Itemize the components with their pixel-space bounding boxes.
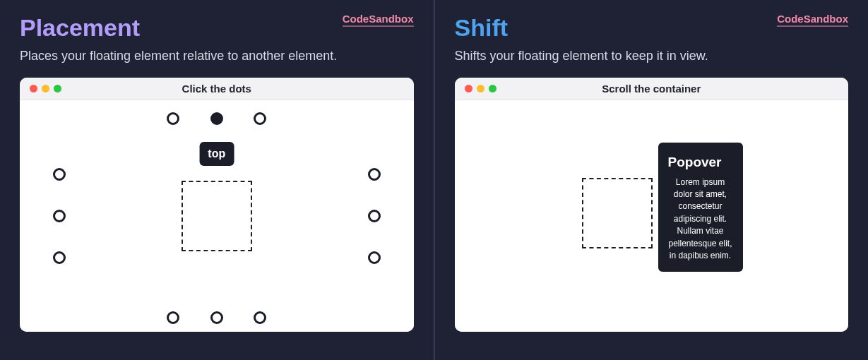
close-icon[interactable]: [465, 85, 472, 92]
placement-panel: CodeSandbox Placement Places your floati…: [0, 0, 435, 360]
placement-subtitle: Places your floating element relative to…: [20, 49, 414, 64]
popover-body: Lorem ipsum dolor sit amet, consectetur …: [668, 176, 733, 263]
dot-right[interactable]: [368, 210, 381, 222]
window-caption: Scroll the container: [455, 83, 849, 95]
codesandbox-link[interactable]: CodeSandbox: [343, 13, 414, 27]
dot-top-start[interactable]: [167, 112, 179, 125]
shift-subtitle: Shifts your floating element to keep it …: [455, 49, 849, 64]
popover: Popover Lorem ipsum dolor sit amet, cons…: [658, 143, 743, 272]
dot-top[interactable]: [210, 112, 223, 125]
traffic-lights: [30, 85, 61, 92]
codesandbox-link[interactable]: CodeSandbox: [777, 13, 848, 27]
dot-left[interactable]: [53, 210, 66, 222]
shift-content: Popover Lorem ipsum dolor sit amet, cons…: [455, 100, 849, 332]
dot-bottom-start[interactable]: [167, 311, 179, 324]
dot-left-end[interactable]: [53, 251, 66, 264]
minimize-icon[interactable]: [42, 85, 49, 92]
minimize-icon[interactable]: [477, 85, 484, 92]
placement-tooltip: top: [199, 142, 234, 166]
dot-right-start[interactable]: [368, 168, 381, 181]
dot-bottom[interactable]: [210, 311, 223, 324]
dot-left-start[interactable]: [53, 168, 66, 181]
window-titlebar: Scroll the container: [455, 78, 849, 100]
maximize-icon[interactable]: [489, 85, 497, 92]
placement-content: top: [20, 100, 414, 332]
traffic-lights: [465, 85, 497, 92]
shift-window: Scroll the container Popover Lorem ipsum…: [455, 78, 849, 332]
window-caption: Click the dots: [20, 83, 414, 95]
shift-panel: CodeSandbox Shift Shifts your floating e…: [435, 0, 869, 360]
window-titlebar: Click the dots: [20, 78, 414, 100]
reference-box: [182, 181, 252, 251]
dot-bottom-end[interactable]: [254, 311, 266, 324]
scroll-container[interactable]: Popover Lorem ipsum dolor sit amet, cons…: [455, 100, 849, 332]
dot-right-end[interactable]: [368, 251, 381, 264]
maximize-icon[interactable]: [54, 85, 61, 92]
reference-box: [582, 178, 653, 248]
close-icon[interactable]: [30, 85, 37, 92]
placement-window: Click the dots top: [20, 78, 414, 332]
popover-title: Popover: [668, 152, 733, 172]
dot-top-end[interactable]: [254, 112, 266, 125]
